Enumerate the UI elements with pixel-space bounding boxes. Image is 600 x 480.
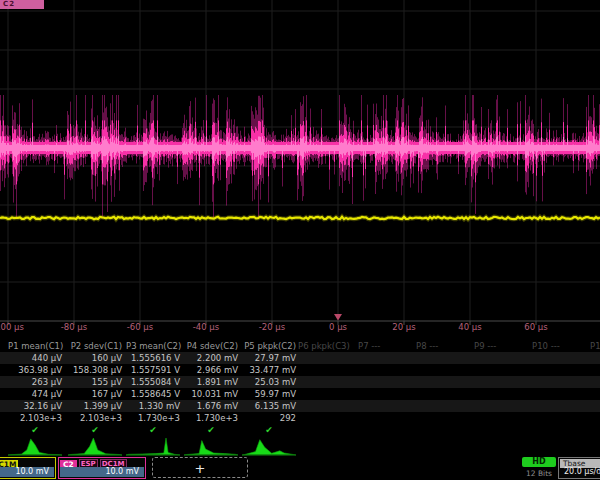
measure-histicon [126,436,180,456]
measure-value: 1.891 mV [184,376,238,388]
measure-value: 292 [242,412,296,424]
measure-value: 160 µV [68,352,122,364]
timebase-value: 20.0 µs/div [560,467,600,477]
measure-value: 6.135 mV [242,400,296,412]
x-axis-tick-label: -40 µs [193,322,219,332]
channel-c2-descriptor[interactable]: C2 ESP DC1M 10.0 mV [58,457,146,479]
x-axis-tick-label: -60 µs [127,322,153,332]
measure-header-p2[interactable]: P2 sdev(C1) [68,340,122,352]
measure-value: 158.308 µV [68,364,122,376]
measure-value: 25.03 mV [242,376,296,388]
measure-histicon [8,436,62,456]
table-row: 440 µV160 µV1.555616 V2.200 mV27.97 mV [0,352,600,364]
measure-header-p5[interactable]: P5 pkpk(C2) [242,340,296,352]
x-axis-tick-label: -80 µs [61,322,87,332]
measure-value: 32.16 µV [8,400,62,412]
measure-value: 2.103e+3 [8,412,62,424]
measure-value: 1.676 mV [184,400,238,412]
measure-value: 2.966 mV [184,364,238,376]
measurement-table: P1 mean(C1)P2 sdev(C1)P3 mean(C2)P4 sdev… [0,340,600,436]
c2-volts-per-div: 10.0 mV [60,467,144,477]
measure-value: 33.477 mV [242,364,296,376]
measure-value: 1.558645 V [126,388,180,400]
measure-histicon [242,436,296,456]
status-check-icon: ✔ [68,424,122,436]
measure-header-p4[interactable]: P4 sdev(C2) [184,340,238,352]
status-check-icon: ✔ [8,424,62,436]
oscilloscope-screen: C2 -100 µs-80 µs-60 µs-40 µs-20 µs0 µs20… [0,0,600,480]
measure-value: 27.97 mV [242,352,296,364]
measurement-histograms [0,436,600,456]
measure-value: 155 µV [68,376,122,388]
channel-c1-descriptor[interactable]: DC1M 10.0 mV [0,457,56,479]
status-check-icon: ✔ [242,424,296,436]
table-row: P1 mean(C1)P2 sdev(C1)P3 mean(C2)P4 sdev… [0,340,600,352]
hd-bits-label: 12 Bits [522,469,556,478]
measure-value: 1.330 mV [126,400,180,412]
status-check-icon: ✔ [126,424,180,436]
measure-value: 10.031 mV [184,388,238,400]
hd-mode-indicator[interactable]: HD 12 Bits [522,457,556,479]
measure-value: 363.98 µV [8,364,62,376]
measure-value: 440 µV [8,352,62,364]
measure-header-dimmed[interactable]: P9 --- [474,340,530,352]
measure-header-p1[interactable]: P1 mean(C1) [8,340,62,352]
measure-header-dimmed[interactable]: P8 --- [416,340,472,352]
measure-value: 2.200 mV [184,352,238,364]
descriptor-bar: DC1M 10.0 mV C2 ESP DC1M 10.0 mV + HD 12… [0,457,600,480]
measure-header-p3[interactable]: P3 mean(C2) [126,340,180,352]
measure-value: 1.730e+3 [184,412,238,424]
table-row: ✔✔✔✔✔ [0,424,600,436]
measure-histicon [184,436,238,456]
measure-value: 1.557591 V [126,364,180,376]
hd-badge: HD [522,457,556,467]
measure-value: 2.103e+3 [68,412,122,424]
measure-value: 1.555084 V [126,376,180,388]
measure-header-dimmed[interactable]: P7 --- [358,340,414,352]
status-check-icon: ✔ [184,424,238,436]
measure-value: 263 µV [8,376,62,388]
waveform-grid [0,0,600,334]
measure-header-dimmed[interactable]: P11 [590,340,600,352]
measure-value: 1.399 µV [68,400,122,412]
measure-histicon [68,436,122,456]
x-axis-tick-label: 20 µs [392,322,415,332]
measure-value: 59.97 mV [242,388,296,400]
measure-value: 1.555616 V [126,352,180,364]
table-row: 263 µV155 µV1.555084 V1.891 mV25.03 mV [0,376,600,388]
add-trace-button[interactable]: + [152,457,248,478]
x-axis-tick-label: 0 µs [329,322,347,332]
measure-header-dimmed[interactable]: P10 --- [532,340,588,352]
measure-header-dimmed[interactable]: P6 pkpk(C3) [298,340,354,352]
table-row: 2.103e+32.103e+31.730e+31.730e+3292 [0,412,600,424]
c1-volts-per-div: 10.0 mV [0,467,54,477]
measure-value: 474 µV [8,388,62,400]
x-axis-tick-label: -20 µs [259,322,285,332]
trigger-position-marker[interactable] [334,314,342,321]
x-axis-tick-label: 40 µs [458,322,481,332]
table-row: 363.98 µV158.308 µV1.557591 V2.966 mV33.… [0,364,600,376]
measure-value: 1.730e+3 [126,412,180,424]
x-axis-tick-label: -100 µs [0,322,24,332]
table-row: 474 µV167 µV1.558645 V10.031 mV59.97 mV [0,388,600,400]
measure-value: 167 µV [68,388,122,400]
table-row: 32.16 µV1.399 µV1.330 mV1.676 mV6.135 mV [0,400,600,412]
trace-annotation-badge: C2 [0,0,44,9]
timebase-descriptor[interactable]: Tbase 20.0 µs/div [558,457,600,479]
timebase-axis-labels: -100 µs-80 µs-60 µs-40 µs-20 µs0 µs20 µs… [0,322,600,334]
x-axis-tick-label: 60 µs [524,322,547,332]
